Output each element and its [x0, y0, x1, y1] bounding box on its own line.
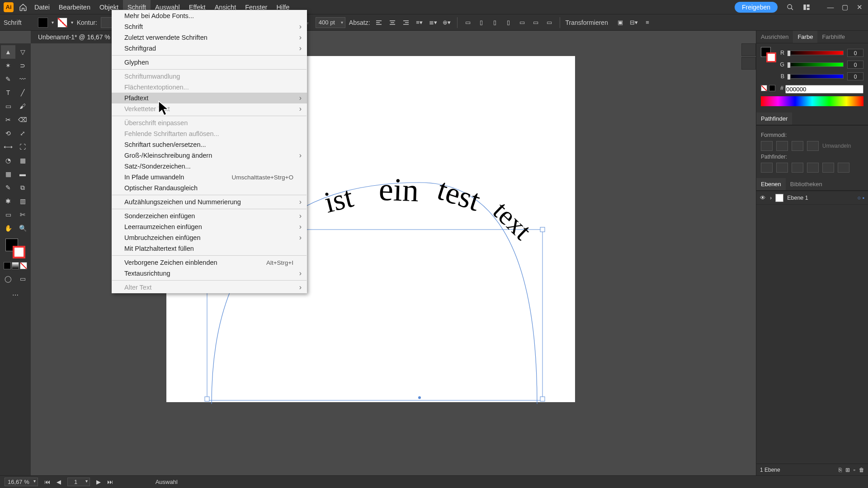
locate-icon[interactable]: ⎘ — [839, 467, 842, 473]
magic-wand-tool[interactable]: ✶ — [1, 59, 15, 72]
nav-prev-icon[interactable]: ◀ — [57, 479, 61, 485]
hand-tool[interactable]: ✋ — [1, 221, 15, 235]
stroke-swatch[interactable] — [57, 18, 67, 28]
menuitem-umbruchzeichen-einf-gen[interactable]: Umbruchzeichen einfügen — [112, 232, 307, 243]
none-swatch-icon[interactable] — [761, 85, 767, 91]
envelope-icon[interactable]: ⊕▾ — [442, 18, 452, 28]
collapsed-panel-icon[interactable] — [741, 43, 756, 56]
minimize-icon[interactable]: — — [826, 2, 835, 12]
crop-icon[interactable] — [807, 163, 819, 173]
exclude-icon[interactable] — [807, 141, 819, 151]
menuitem-mehr-bei-adobe-fonts-[interactable]: Mehr bei Adobe Fonts... — [112, 10, 307, 21]
selection-tool[interactable]: ▲ — [1, 45, 15, 59]
fill-stroke-control[interactable] — [5, 239, 25, 258]
none-mode-icon[interactable] — [20, 262, 27, 269]
trim-icon[interactable] — [776, 163, 788, 173]
artboard-tool[interactable]: ▭ — [1, 208, 15, 221]
direct-selection-tool[interactable]: ▽ — [15, 45, 30, 59]
line-tool[interactable]: ╱ — [15, 86, 30, 99]
menuitem-optischer-randausgleich[interactable]: Optischer Randausgleich — [112, 183, 307, 193]
menuitem-pfadtext[interactable]: Pfadtext — [112, 93, 307, 103]
draw-mode-icon[interactable]: ◯ — [1, 272, 15, 286]
hex-input[interactable] — [785, 85, 863, 94]
align-obj-right-icon[interactable]: ▯ — [504, 18, 514, 28]
font-size-dropdown[interactable]: 400 pt — [316, 17, 345, 28]
chevron-right-icon[interactable]: › — [770, 195, 772, 201]
zoom-tool[interactable]: 🔍 — [15, 221, 30, 235]
black-swatch-icon[interactable] — [769, 85, 775, 91]
numbering-icon[interactable]: ≣▾ — [428, 18, 438, 28]
b-value[interactable]: 0 — [847, 72, 863, 80]
fill-swatch[interactable] — [38, 18, 48, 28]
new-layer-icon[interactable]: ▫ — [854, 467, 855, 473]
tab-layers[interactable]: Ebenen — [756, 178, 786, 190]
eyedropper-tool[interactable]: ✎ — [1, 181, 15, 194]
bullets-icon[interactable]: ≡▾ — [415, 18, 425, 28]
menuitem-zuletzt-verwendete-schriften[interactable]: Zuletzt verwendete Schriften — [112, 32, 307, 43]
color-mode-icon[interactable] — [4, 262, 11, 269]
tab-color[interactable]: Farbe — [793, 31, 817, 43]
tab-pathfinder[interactable]: Pathfinder — [756, 113, 792, 125]
align-obj-mid-icon[interactable]: ▭ — [531, 18, 541, 28]
collapsed-panel-icon[interactable] — [741, 57, 756, 70]
pen-tool[interactable]: ✎ — [1, 72, 15, 86]
menu-bearbeiten[interactable]: Bearbeiten — [54, 0, 95, 14]
intersect-icon[interactable] — [792, 141, 803, 151]
shaper-tool[interactable]: ✂ — [1, 113, 15, 127]
spectrum-picker[interactable] — [761, 96, 863, 106]
home-icon[interactable] — [18, 2, 28, 12]
unite-icon[interactable] — [761, 141, 773, 151]
align-center-icon[interactable] — [387, 18, 397, 28]
menuitem-schriftgrad[interactable]: Schriftgrad — [112, 43, 307, 54]
align-obj-left-icon[interactable]: ▯ — [476, 18, 486, 28]
menuitem-aufz-hlungszeichen-und-nummerierung[interactable]: Aufzählungszeichen und Nummerierung — [112, 197, 307, 207]
menu-datei[interactable]: Datei — [30, 0, 54, 14]
r-slider[interactable] — [788, 51, 844, 55]
b-slider[interactable] — [788, 74, 844, 79]
symbol-sprayer-tool[interactable]: ✱ — [1, 194, 15, 208]
divide-icon[interactable] — [761, 163, 773, 173]
nav-last-icon[interactable]: ⏭ — [107, 479, 113, 485]
perspective-tool[interactable]: ▦ — [15, 154, 30, 167]
r-value[interactable]: 0 — [847, 49, 863, 57]
eraser-tool[interactable]: ⌫ — [15, 113, 30, 127]
minus-back-icon[interactable] — [838, 163, 849, 173]
gradient-mode-icon[interactable] — [12, 262, 19, 269]
width-tool[interactable]: ⟷ — [1, 140, 15, 154]
type-tool[interactable]: T — [1, 86, 15, 99]
menuitem-in-pfade-umwandeln[interactable]: In Pfade umwandelnUmschalttaste+Strg+O — [112, 172, 307, 183]
blend-tool[interactable]: ⧉ — [15, 181, 30, 194]
menuitem-schriftart-suchen-ersetzen-[interactable]: Schriftart suchen/ersetzen... — [112, 139, 307, 150]
rectangle-tool[interactable]: ▭ — [1, 99, 15, 113]
minus-front-icon[interactable] — [776, 141, 788, 151]
shape-builder-tool[interactable]: ◔ — [1, 154, 15, 167]
visibility-icon[interactable]: 👁 — [760, 195, 766, 201]
menuitem-mit-platzhaltertext-f-llen[interactable]: Mit Platzhaltertext füllen — [112, 243, 307, 254]
menuitem-glyphen[interactable]: Glyphen — [112, 57, 307, 68]
app-logo[interactable]: Ai — [4, 2, 14, 12]
isolate-icon[interactable]: ▣ — [615, 18, 625, 28]
workspace-icon[interactable] — [801, 1, 812, 13]
align-left-icon[interactable] — [374, 18, 384, 28]
target-icon[interactable]: ○ ▪ — [858, 195, 864, 201]
menuitem-gro-kleinschreibung-ndern[interactable]: Groß-/Kleinschreibung ändern — [112, 150, 307, 161]
layer-row[interactable]: 👁 › Ebene 1 ○ ▪ — [756, 191, 868, 205]
scale-tool[interactable]: ⤢ — [15, 127, 30, 140]
menuitem-verborgene-zeichen-einblenden[interactable]: Verborgene Zeichen einblendenAlt+Strg+I — [112, 257, 307, 268]
g-slider[interactable] — [788, 62, 844, 67]
align-obj-center-icon[interactable]: ▯ — [490, 18, 500, 28]
mesh-tool[interactable]: ▦ — [1, 167, 15, 181]
tab-align[interactable]: Ausrichten — [756, 31, 793, 43]
align-obj-bot-icon[interactable]: ▭ — [544, 18, 554, 28]
align-right-icon[interactable] — [401, 18, 411, 28]
menuitem-leerraumzeichen-einf-gen[interactable]: Leerraumzeichen einfügen — [112, 221, 307, 232]
zoom-dropdown[interactable]: 16,67 % — [5, 478, 38, 486]
paintbrush-tool[interactable]: 🖌 — [15, 99, 30, 113]
rotate-tool[interactable]: ⟲ — [1, 127, 15, 140]
edit-toolbar-icon[interactable]: ⋯ — [8, 288, 23, 302]
menuitem-satz-sonderzeichen-[interactable]: Satz-/Sonderzeichen... — [112, 161, 307, 172]
nav-next-icon[interactable]: ▶ — [96, 479, 101, 485]
collapsed-panels[interactable] — [741, 43, 756, 70]
menuitem-sonderzeichen-einf-gen[interactable]: Sonderzeichen einfügen — [112, 211, 307, 221]
align-obj-icon[interactable]: ▭ — [463, 18, 473, 28]
